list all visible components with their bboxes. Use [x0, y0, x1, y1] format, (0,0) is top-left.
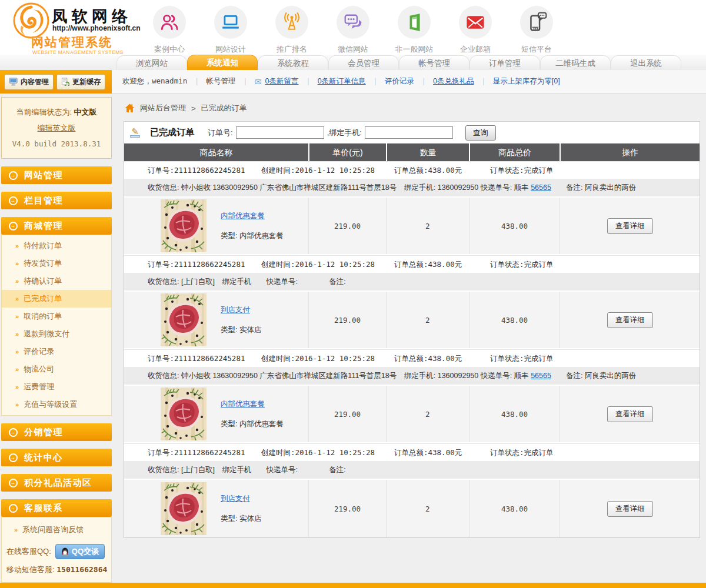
bind-phone-input[interactable]	[365, 126, 453, 139]
laptop-icon	[214, 6, 247, 39]
tab-browse-site[interactable]: 浏览网站	[116, 55, 187, 70]
view-detail-button[interactable]: 查看详细	[607, 312, 653, 328]
content-management-button[interactable]: 内容管理	[4, 74, 54, 90]
order-total: 订单总额:438.00元	[394, 256, 490, 273]
product-row: 到店支付 类型: 实体店 219.00 2 438.00 查看详细	[124, 290, 700, 349]
review-log-link[interactable]: 评价记录	[385, 76, 414, 86]
service-wechat-site[interactable]: 微信网站	[332, 6, 374, 55]
sms-service-label: 移动短信客服:	[6, 565, 56, 574]
arrow-circle-icon: →	[9, 428, 18, 437]
service-sms-platform[interactable]: 短信平台	[515, 6, 558, 55]
new-orders-link[interactable]: 0条新订单信息	[318, 76, 366, 86]
version-label: V4.0 build 2013.8.31	[4, 136, 109, 152]
product-name-link[interactable]: 到店支付	[221, 494, 261, 504]
sidebar-item-recharge-levels[interactable]: »充值与等级设置	[2, 396, 111, 413]
order-info-row: 订单号:2111128662245281 创建时间:2016-1-12 10:2…	[124, 349, 700, 367]
sidebar-item-pending-payment[interactable]: »待付款订单	[2, 237, 111, 255]
breadcrumb-root[interactable]: 网站后台管理	[140, 103, 186, 113]
unit-price-cell: 219.00	[308, 386, 386, 442]
service-seo-ranking[interactable]: 推广排名	[271, 6, 313, 55]
sidebar-section-mall[interactable]: → 商城管理	[1, 217, 112, 235]
gift-exchange-link[interactable]: 0条兑换礼品	[433, 76, 474, 86]
order-info-row: 订单号:2111128662245281 创建时间:2016-1-12 10:2…	[124, 255, 700, 273]
breadcrumb-separator: >	[191, 104, 196, 113]
welcome-greeting: 欢迎您，wenadmin	[122, 76, 187, 86]
sidebar-section-website[interactable]: → 网站管理	[1, 166, 112, 184]
product-photo[interactable]	[161, 293, 207, 346]
product-type: 类型: 实体店	[221, 325, 261, 335]
service-email[interactable]: 企业邮箱	[454, 6, 497, 55]
chat-bubbles-icon	[337, 6, 369, 39]
main-area: 当前编辑状态为: 中文版 编辑英文版 V4.0 build 2013.8.31 …	[0, 93, 706, 583]
order-number: 订单号:2111128662245281	[148, 350, 261, 367]
total-price-cell: 438.00	[469, 292, 560, 348]
tab-system-tutorial[interactable]: 系统教程	[258, 55, 328, 70]
service-case-center[interactable]: 案例中心	[148, 6, 191, 55]
sidebar-item-shipping-fee[interactable]: »运费管理	[2, 378, 111, 396]
sidebar-section-statistics[interactable]: → 统计中心	[1, 449, 112, 466]
sidebar-section-columns[interactable]: → 栏目管理	[1, 192, 112, 209]
product-photo[interactable]	[161, 482, 207, 535]
tab-account-management[interactable]: 帐号管理	[399, 55, 469, 70]
order-created: 创建时间:2016-1-12 10:25:28	[261, 162, 394, 179]
system-feedback-link[interactable]: »系统问题咨询反馈	[5, 521, 108, 539]
tracking-number-link[interactable]: 56565	[531, 372, 551, 380]
view-detail-button[interactable]: 查看详细	[607, 501, 653, 517]
sidebar-item-pending-shipment[interactable]: »待发货订单	[2, 255, 111, 272]
product-name-link[interactable]: 到店支付	[221, 305, 261, 315]
sidebar-item-pending-confirm[interactable]: »待确认订单	[2, 272, 111, 290]
shipping-info-row: 收货信息: [上门自取] 绑定手机 快递单号: 备注:	[124, 273, 700, 290]
page-refresh-icon	[61, 78, 69, 86]
orders-panel: ✎ 已完成订单 订单号: ,绑定手机: 查询 商品名称 单价(元) 数量 商品总…	[124, 121, 700, 538]
product-photo[interactable]	[161, 387, 207, 440]
edit-english-link[interactable]: 编辑英文版	[4, 120, 109, 136]
pencil-ruler-icon: ✎	[130, 128, 140, 138]
view-detail-button[interactable]: 查看详细	[607, 218, 653, 234]
envelope-icon	[459, 6, 492, 39]
refresh-cache-button[interactable]: 更新缓存	[56, 74, 105, 90]
product-name-link[interactable]: 内部优惠套餐	[221, 399, 284, 409]
tab-member-management[interactable]: 会员管理	[328, 55, 399, 70]
bind-phone-label: ,绑定手机:	[327, 128, 362, 138]
service-web-design[interactable]: 网站设计	[209, 6, 252, 55]
sidebar-item-cancelled-orders[interactable]: »取消的订单	[2, 308, 111, 325]
view-detail-button[interactable]: 查看详细	[607, 406, 653, 422]
query-button[interactable]: 查询	[465, 125, 496, 141]
edit-state-box: 当前编辑状态为: 中文版 编辑英文版 V4.0 build 2013.8.31	[1, 97, 112, 159]
panel-title: 已完成订单	[150, 127, 194, 138]
sidebar-section-points-gifts[interactable]: → 积分礼品活动区	[1, 474, 112, 492]
product-name-link[interactable]: 内部优惠套餐	[221, 211, 284, 221]
total-price-cell: 438.00	[469, 480, 560, 537]
new-messages-link[interactable]: 0条新留言	[265, 76, 298, 86]
sidebar-item-review-log[interactable]: »评价记录	[2, 343, 111, 360]
qq-chat-button[interactable]: QQ交谈	[55, 544, 105, 559]
sidebar-item-refund-wepay[interactable]: »退款到微支付	[2, 325, 111, 343]
sidebar-item-completed-orders[interactable]: »已完成订单	[2, 290, 111, 308]
order-total: 订单总额:438.00元	[394, 162, 490, 179]
brand-website-url: http://www.phoenixsoft.cn	[52, 24, 141, 32]
sidebar: 当前编辑状态为: 中文版 编辑英文版 V4.0 build 2013.8.31 …	[0, 93, 112, 583]
qq-penguin-icon	[61, 547, 69, 556]
tab-order-management[interactable]: 订单管理	[469, 55, 540, 70]
sidebar-item-logistics[interactable]: »物流公司	[2, 360, 111, 378]
qq-label: 在线客服QQ:	[6, 546, 51, 557]
service-special-site[interactable]: 非一般网站	[393, 6, 435, 55]
tab-system-notice[interactable]: 系统通知	[187, 55, 258, 70]
breadcrumb: 网站后台管理 > 已完成的订单	[125, 103, 700, 113]
customer-service-box: »系统问题咨询反馈 在线客服QQ: QQ交谈 移动短信客服: 1501	[1, 517, 112, 583]
phoenix-logo-icon	[13, 2, 49, 39]
account-management-link[interactable]: 帐号管理	[206, 76, 235, 86]
product-photo[interactable]	[161, 199, 207, 252]
brand-logo-block[interactable]: 凤软网络 http://www.phoenixsoft.cn 网站管理系统 WE…	[0, 0, 140, 55]
sidebar-section-distribution[interactable]: → 分销管理	[1, 423, 112, 441]
tab-logout[interactable]: 退出系统	[611, 55, 681, 70]
zero-stock-link[interactable]: 显示上架库存为零[0]	[493, 76, 560, 86]
tracking-number-link[interactable]: 56565	[531, 183, 551, 192]
order-no-input[interactable]	[236, 126, 324, 139]
total-price-cell: 438.00	[469, 198, 560, 254]
order-info-row: 订单号:2111128662245281 创建时间:2016-1-12 10:2…	[124, 161, 700, 179]
tab-qrcode-generator[interactable]: 二维码生成	[540, 55, 611, 70]
sidebar-section-customer-service[interactable]: → 客服联系	[1, 499, 112, 517]
product-row: 到店支付 类型: 实体店 219.00 2 438.00 查看详细	[124, 479, 700, 537]
col-total-price: 商品总价	[469, 143, 560, 161]
